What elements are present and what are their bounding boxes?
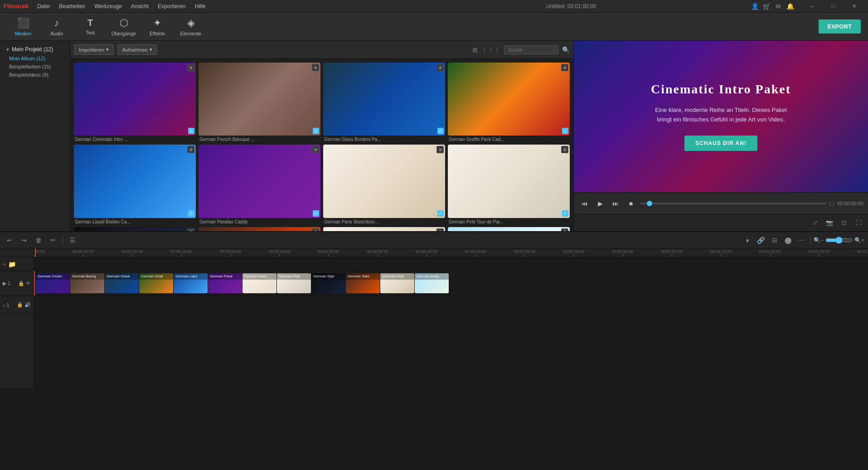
rewind-button[interactable]: ⏮	[578, 197, 591, 210]
toolbar-audio[interactable]: ♪ Audio	[41, 15, 73, 39]
eye-icon[interactable]: 👁	[26, 281, 31, 286]
add-track-icon[interactable]: +	[3, 261, 6, 268]
fast-forward-button[interactable]: ⏭	[609, 197, 622, 210]
pip-icon[interactable]: ⊡	[838, 217, 850, 229]
ruler-tick-8	[427, 253, 427, 257]
zoom-out-icon[interactable]: 🔍−	[814, 237, 824, 243]
mail-icon[interactable]: ✉	[774, 2, 783, 11]
bell-icon[interactable]: 🔔	[786, 2, 795, 11]
clip-1[interactable]: German Baroq	[70, 273, 104, 293]
media-item-petit2[interactable]: ⊞ ✓ German-Petit-Tour-de-Pa...	[323, 227, 445, 231]
record-button[interactable]: Aufnehmen ▾	[117, 44, 157, 55]
marker-button[interactable]: ♦	[742, 234, 753, 246]
stop-button[interactable]: ■	[625, 197, 637, 210]
media-check-parallax: ✓	[313, 210, 319, 217]
left-panel-videos[interactable]: Beispielvideos (9)	[0, 71, 70, 79]
import-button[interactable]: Importieren ▾	[74, 44, 114, 55]
maximize-button[interactable]: □	[823, 0, 844, 13]
clip-label-2: German Glask	[105, 273, 139, 280]
audio-lock-icon[interactable]: 🔒	[17, 302, 23, 308]
media-thumb-inner-takephoto	[199, 227, 320, 231]
link-button[interactable]: 🔗	[755, 234, 767, 246]
ruler-tick-1	[83, 253, 83, 257]
clip-7[interactable]: German Petit	[277, 273, 311, 293]
delete-button[interactable]: 🗑	[33, 234, 44, 246]
redo-button[interactable]: ↪	[18, 234, 30, 246]
clip-2[interactable]: German Glask	[105, 273, 139, 293]
toolbar-effekte[interactable]: ✦ Effekte	[141, 15, 173, 39]
grid-icon[interactable]: ⋮⋮⋮	[481, 46, 500, 53]
media-badge-petit: ⊞	[561, 146, 568, 153]
folder-icon[interactable]: 📁	[8, 261, 16, 268]
media-item-baroque[interactable]: ⊞ ✓ German French Baroque ...	[199, 63, 320, 142]
left-panel-farben[interactable]: Beispielfarben (15)	[0, 63, 70, 71]
cut-button[interactable]: ✂	[47, 234, 59, 246]
export-button[interactable]: EXPORT	[819, 19, 861, 34]
snap-button[interactable]: ⋯	[796, 234, 808, 246]
menu-bearbeiten[interactable]: Bearbeiten	[55, 2, 89, 10]
preview-progress[interactable]	[640, 203, 827, 204]
toolbar-uebergaenge[interactable]: ⬡ Übergänge	[108, 15, 140, 39]
menu-hilfe[interactable]: Hilfe	[191, 2, 209, 10]
menu-datei[interactable]: Datei	[34, 2, 53, 10]
media-thumb-paris: ⊞ ✓	[323, 145, 445, 218]
toolbar-elemente[interactable]: ◈ Elemente	[175, 15, 207, 39]
media-item-takephoto[interactable]: ⊞ ✓ German Take a Photo Ca...	[199, 227, 320, 231]
snapshot-icon[interactable]: 📷	[824, 217, 835, 229]
fullscreen-icon[interactable]: ⛶	[853, 217, 864, 229]
media-item-petit[interactable]: ⊞ ✓ German Petit Tour de Par...	[448, 145, 570, 224]
minimize-button[interactable]: ─	[802, 0, 823, 13]
media-item-babykids[interactable]: ⊞ German Baby Kids Caddy	[448, 227, 570, 231]
media-item-glass[interactable]: ⊞ ✓ German Glass Borders Pa...	[323, 63, 445, 142]
play-button[interactable]: ▶	[594, 197, 606, 210]
clip-5[interactable]: German Paral	[208, 273, 242, 293]
elemente-icon: ◈	[187, 17, 195, 29]
menu-werkzeuge[interactable]: Werkzeuge	[91, 2, 125, 10]
clip-4[interactable]: German Liqui	[174, 273, 208, 293]
media-item-graffiti[interactable]: ⊞ ✓ German Graffiti Pack Cad...	[448, 63, 570, 142]
align-button[interactable]: ☰	[67, 234, 78, 246]
toolbar-medien[interactable]: ⬛ Medien	[7, 15, 39, 39]
toolbar-medien-label: Medien	[15, 31, 31, 36]
filter-icon[interactable]: ⊞	[472, 46, 478, 53]
lock-icon[interactable]: 🔒	[18, 281, 24, 286]
media-item-cinematic[interactable]: ⊞ ✓ German Cinematic Intro ...	[74, 63, 196, 142]
clip-0[interactable]: German Cinem	[36, 273, 70, 293]
search-icon[interactable]: 🔍	[562, 46, 570, 53]
media-item-liquid[interactable]: ⊞ ✓ German Liquid Bodies Ca...	[74, 145, 196, 224]
media-item-paris[interactable]: ⊞ ✓ German Paris Sketchboo...	[323, 145, 445, 224]
media-badge-liquid: ⊞	[187, 146, 194, 153]
media-badge-petit2: ⊞	[436, 228, 444, 231]
add-track-label: + 📁	[0, 257, 34, 271]
menu-items: Datei Bearbeiten Werkzeuge Ansicht Expor…	[34, 2, 392, 10]
search-input[interactable]	[504, 45, 558, 54]
project-title[interactable]: ▼ Mein Projekt (12)	[0, 44, 70, 54]
clip-8[interactable]: German Styli	[311, 273, 345, 293]
zoom-in-icon[interactable]: 🔍+	[854, 237, 864, 243]
screen-resize-icon[interactable]: ⤢	[809, 217, 821, 229]
clip-3[interactable]: German Grafi	[139, 273, 173, 293]
preview-extra-controls: { }	[829, 201, 834, 206]
clip-11[interactable]: German Baby	[415, 273, 449, 293]
media-label-petit: German Petit Tour de Par...	[448, 219, 570, 224]
split-button[interactable]: ⊟	[769, 234, 781, 246]
user-icon[interactable]: 👤	[750, 2, 759, 11]
media-item-stylized[interactable]: ⊞ ✓ German Stylized Opener ...	[74, 227, 196, 231]
clip-6[interactable]: German Paris	[242, 273, 276, 293]
menu-exportieren[interactable]: Exportieren	[154, 2, 189, 10]
media-item-parallax[interactable]: ⊞ ✓ German Parallax Caddy	[199, 145, 320, 224]
media-badge-takephoto: ⊞	[312, 228, 319, 231]
record2-button[interactable]: ⬤	[782, 234, 794, 246]
left-panel-album[interactable]: Mein Album (12)	[0, 54, 70, 63]
audio-mute-icon[interactable]: 🔊	[24, 302, 31, 308]
undo-button[interactable]: ↩	[4, 234, 15, 246]
ruler-label-5: 00:00:25:00	[268, 249, 290, 254]
cart-icon[interactable]: 🛒	[762, 2, 771, 11]
close-button[interactable]: ✕	[844, 0, 864, 13]
preview-cta[interactable]: SCHAUS DIR AN!	[684, 136, 757, 151]
toolbar-text[interactable]: T Text	[74, 15, 106, 39]
clip-9[interactable]: German Take	[346, 273, 380, 293]
clip-10[interactable]: German-Petit	[380, 273, 414, 293]
zoom-slider[interactable]	[825, 237, 853, 244]
menu-ansicht[interactable]: Ansicht	[127, 2, 152, 10]
